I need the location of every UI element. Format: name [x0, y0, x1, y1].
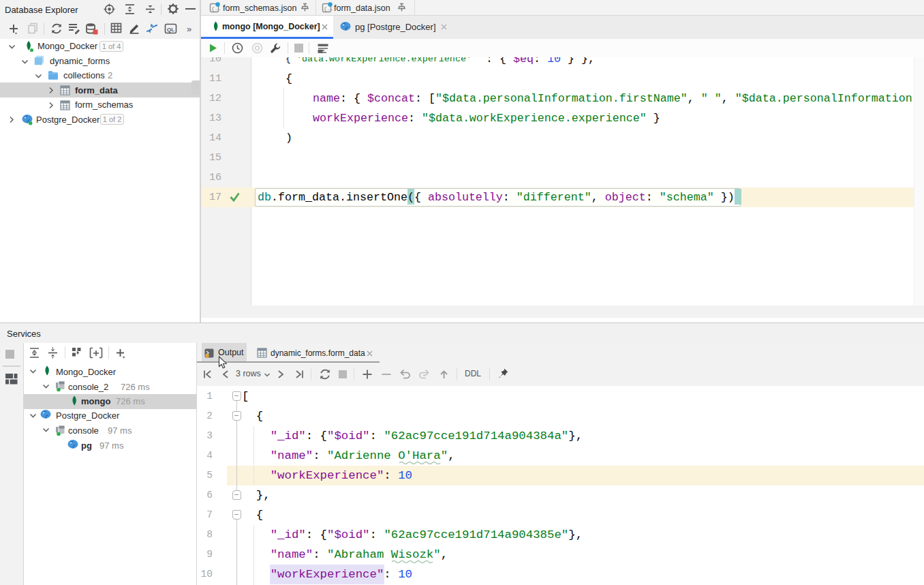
svg-text:{..}: {..} [211, 5, 220, 12]
svg-text:{..}: {..} [324, 5, 333, 12]
svg-text:QL: QL [167, 27, 174, 33]
